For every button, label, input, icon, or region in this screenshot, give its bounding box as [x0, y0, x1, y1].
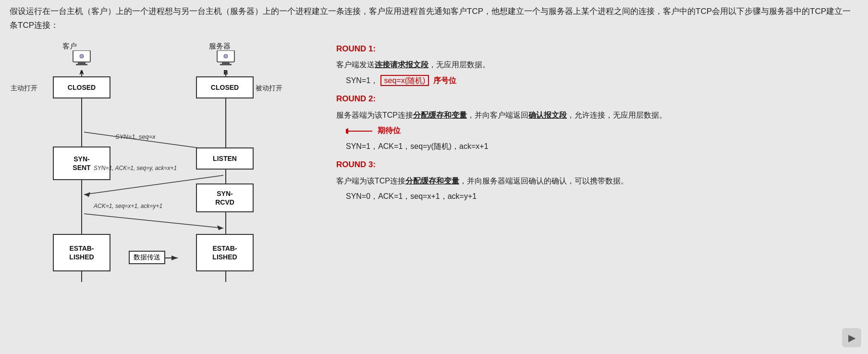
round2-end: ，允许连接，无应用层数据。	[567, 111, 667, 119]
round3-end: ，并向服务器端返回确认的确认，可以携带数据。	[459, 177, 628, 185]
play-button[interactable]: ▶	[842, 328, 861, 347]
round1-formula: SYN=1， seq=x(随机) 序号位	[346, 74, 854, 88]
server-col-label: 服务器	[209, 42, 231, 51]
node-a-label: A	[79, 69, 84, 76]
round3-bold: 分配缓存和变量	[405, 177, 459, 185]
node-b-label: B	[223, 69, 228, 76]
round3-desc1: 客户端为该TCP连接	[336, 177, 405, 185]
server-listen-box: LISTEN	[196, 147, 254, 170]
active-open-label: 主动打开	[11, 84, 37, 93]
round2-desc1: 服务器端为该TCP连接	[336, 111, 413, 119]
svg-line-6	[84, 214, 223, 228]
svg-point-14	[80, 54, 84, 58]
data-transfer-label: 数据传送	[129, 251, 165, 264]
diagram-inner: 客户 服务器 A	[10, 42, 298, 292]
round2-mid: ，并向客户端返回	[467, 111, 528, 119]
explanation-area: ROUND 1: 客户端发送连接请求报文段，无应用层数据。 SYN=1， seq…	[331, 39, 858, 349]
client-syn-sent-box: SYN-SENT	[53, 146, 110, 180]
round2-formula: SYN=1，ACK=1，seq=y(随机)，ack=x+1	[346, 140, 854, 154]
server-estab-box: ESTAB-LISHED	[196, 234, 254, 271]
round1-desc-end: ，无应用层数据。	[428, 61, 490, 69]
round2-arrow-label: 期待位	[378, 124, 401, 138]
computer-a: A	[71, 50, 92, 76]
client-closed-box: CLOSED	[53, 76, 110, 98]
round2-desc: 服务器端为该TCP连接分配缓存和变量，并向客户端返回确认报文段，允许连接，无应用…	[336, 109, 854, 122]
round2-bold2: 确认报文段	[528, 111, 567, 119]
server-syn-rcvd-box: SYN-RCVD	[196, 183, 254, 212]
round2-bold1: 分配缓存和变量	[413, 111, 467, 119]
client-estab-box: ESTAB-LISHED	[53, 234, 110, 271]
round1-formula-text: SYN=1，	[346, 76, 378, 85]
round1-title: ROUND 1:	[336, 42, 854, 57]
server-closed-box: CLOSED	[196, 76, 254, 98]
round3-desc: 客户端为该TCP连接分配缓存和变量，并向服务器端返回确认的确认，可以携带数据。	[336, 174, 854, 188]
passive-open-label: 被动打开	[256, 84, 282, 93]
client-col-label: 客户	[62, 42, 77, 51]
computer-b: B	[215, 50, 236, 76]
arrow3-label: ACK=1, seq=x+1, ack=y+1	[94, 203, 162, 209]
svg-marker-5	[84, 192, 90, 197]
round2-title: ROUND 2:	[336, 92, 854, 107]
round1-desc1: 客户端发送	[336, 61, 375, 69]
round3-formula: SYN=0，ACK=1，seq=x+1，ack=y+1	[346, 190, 854, 204]
round2-formula-line: 期待位	[346, 124, 854, 138]
arrow1-label: SYN=1, seq=x	[115, 133, 156, 140]
red-arrow-icon	[346, 127, 375, 135]
svg-point-18	[224, 54, 228, 58]
round1-formula-boxed: seq=x(随机)	[380, 75, 429, 86]
svg-marker-7	[217, 225, 223, 230]
round1-desc: 客户端发送连接请求报文段，无应用层数据。	[336, 58, 854, 72]
arrow2-label: SYN=1, ACK=1, seq=y, ack=x+1	[94, 165, 177, 171]
diagram-area: 客户 服务器 A	[10, 39, 317, 349]
main-content: 客户 服务器 A	[10, 39, 858, 349]
round1-formula-label: 序号位	[433, 76, 456, 85]
svg-marker-10	[171, 256, 178, 260]
svg-rect-16	[222, 62, 230, 64]
svg-rect-13	[76, 64, 87, 65]
round1-bold: 连接请求报文段	[375, 61, 428, 69]
play-icon: ▶	[848, 332, 856, 343]
svg-rect-17	[220, 64, 232, 65]
round3-title: ROUND 3:	[336, 158, 854, 172]
intro-text: 假设运行在一台主机（客户）上的一个进程想与另一台主机（服务器）上的一个进程建立一…	[10, 5, 855, 33]
svg-rect-12	[78, 62, 86, 64]
